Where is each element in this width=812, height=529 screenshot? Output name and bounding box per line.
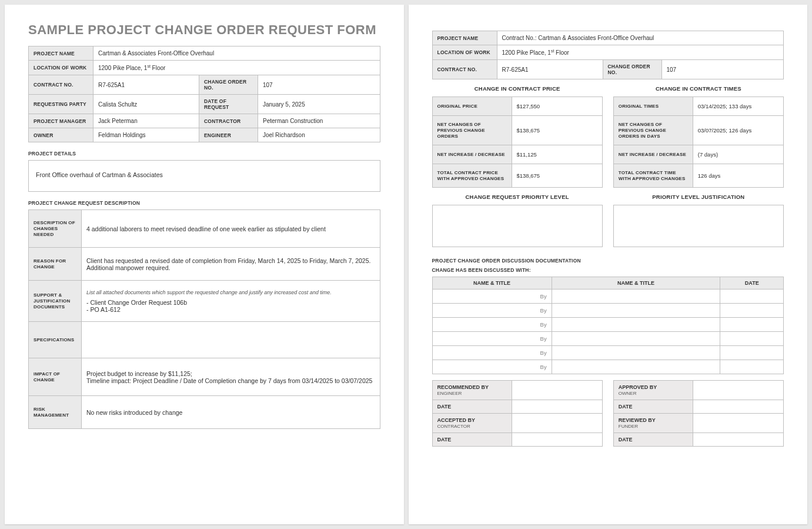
discussion-col-date: DATE [720, 277, 784, 290]
impact-change-value: Project budget to increase by $11,125; T… [82, 358, 380, 396]
rec-date-value [512, 400, 602, 414]
priority-level-box [432, 205, 603, 247]
project-manager-value: Jack Peterman [93, 114, 199, 128]
approved-by-label: APPROVED BYOWNER [613, 381, 693, 400]
reviewed-by-label: REVIEWED BYFUNDER [613, 414, 693, 433]
project-name-label-p2: PROJECT NAME [432, 31, 497, 45]
sign-table-right: APPROVED BYOWNER DATE REVIEWED BYFUNDER … [613, 380, 784, 447]
specifications-label: SPECIFICATIONS [29, 322, 82, 358]
app-date-value [693, 400, 783, 414]
rec-date-label: DATE [432, 400, 512, 414]
discussion-col-name2: NAME & TITLE [552, 277, 720, 290]
orig-times-label: ORIGINAL TIMES [613, 97, 693, 116]
support-docs-label: SUPPORT & JUSTIFICATION DOCUMENTS [29, 281, 82, 322]
support-docs-value: List all attached documents which suppor… [82, 281, 380, 322]
net-inc-price-value: $11,125 [512, 145, 602, 164]
orig-times-value: 03/14/2025; 133 days [693, 97, 783, 116]
owner-label: OWNER [29, 128, 93, 142]
times-table: ORIGINAL TIMES03/14/2025; 133 days NET C… [613, 97, 784, 188]
engineer-label: ENGINEER [199, 128, 258, 142]
net-inc-price-label: NET INCREASE / DECREASE [432, 145, 512, 164]
engineer-value: Joel Richardson [258, 128, 380, 142]
accepted-by-value [512, 414, 602, 433]
desc-changes-label: DESCRIPTION OF CHANGES NEEDED [29, 210, 82, 248]
reason-change-label: REASON FOR CHANGE [29, 248, 82, 281]
requesting-party-value: Calista Schultz [93, 95, 199, 114]
app-date-label: DATE [613, 400, 693, 414]
price-table: ORIGINAL PRICE$127,550 NET CHANGES OF PR… [432, 97, 603, 188]
date-request-value: January 5, 2025 [258, 95, 380, 114]
project-name-value-p2: Contract No.: Cartman & Associates Front… [497, 31, 784, 45]
risk-mgmt-label: RISK MANAGEMENT [29, 396, 82, 429]
desc-changes-value: 4 additional laborers to meet revised de… [82, 210, 380, 248]
contractor-value: Peterman Construction [258, 114, 380, 128]
recommended-by-label: RECOMMENDED BYENGINEER [432, 381, 512, 400]
discussion-col-name1: NAME & TITLE [432, 277, 552, 290]
impact-change-label: IMPACT OF CHANGE [29, 358, 82, 396]
owner-value: Feldman Holdings [93, 128, 199, 142]
discussion-heading2: CHANGE HAS BEEN DISCUSSED WITH: [432, 267, 784, 273]
discussion-row: By [432, 332, 784, 346]
orig-price-label: ORIGINAL PRICE [432, 97, 512, 116]
project-name-label: PROJECT NAME [29, 46, 93, 61]
priority-level-heading: CHANGE REQUEST PRIORITY LEVEL [432, 190, 603, 205]
discussion-row: By [432, 318, 784, 332]
orig-price-value: $127,550 [512, 97, 602, 116]
times-heading: CHANGE IN CONTRACT TIMES [613, 82, 784, 97]
price-heading: CHANGE IN CONTRACT PRICE [432, 82, 603, 97]
form-title: SAMPLE PROJECT CHANGE ORDER REQUEST FORM [28, 22, 380, 38]
discussion-row: By [432, 304, 784, 318]
net-prev-times-label: NET CHANGES OF PREVIOUS CHANGE ORDERS IN… [613, 116, 693, 145]
net-prev-price-value: $138,675 [512, 116, 602, 145]
contractor-label: CONTRACTOR [199, 114, 258, 128]
total-price-label: TOTAL CONTRACT PRICE WITH APPROVED CHANG… [432, 164, 512, 188]
contract-no-value-p2: R7-625A1 [497, 60, 603, 79]
accepted-by-label: ACCEPTED BYCONTRACTOR [432, 414, 512, 433]
change-desc-heading: PROJECT CHANGE REQUEST DESCRIPTION [28, 200, 380, 206]
page-1: SAMPLE PROJECT CHANGE ORDER REQUEST FORM… [5, 5, 404, 524]
page-2: PROJECT NAME Contract No.: Cartman & Ass… [409, 5, 808, 524]
discussion-row: By [432, 346, 784, 360]
contract-no-label: CONTRACT NO. [29, 75, 93, 95]
priority-just-box [613, 205, 784, 247]
reason-change-value: Client has requested a revised date of c… [82, 248, 380, 281]
approved-by-value [693, 381, 783, 400]
change-order-no-label: CHANGE ORDER NO. [199, 75, 258, 95]
project-name-value: Cartman & Associates Front-Office Overha… [93, 46, 380, 61]
rev-date-label: DATE [613, 433, 693, 447]
total-times-value: 126 days [693, 164, 783, 188]
discussion-row: By [432, 290, 784, 304]
total-times-label: TOTAL CONTRACT TIME WITH APPROVED CHANGE… [613, 164, 693, 188]
recommended-by-value [512, 381, 602, 400]
location-label: LOCATION OF WORK [29, 61, 93, 75]
location-value-p2: 1200 Pike Place, 1st Floor [497, 45, 784, 60]
net-prev-price-label: NET CHANGES OF PREVIOUS CHANGE ORDERS [432, 116, 512, 145]
location-value: 1200 Pike Place, 1st Floor [93, 61, 380, 75]
project-details-box: Front Office overhaul of Cartman & Assoc… [28, 160, 380, 192]
requesting-party-label: REQUESTING PARTY [29, 95, 93, 114]
change-order-no-label-p2: CHANGE ORDER NO. [603, 60, 661, 79]
net-inc-times-value: (7 days) [693, 145, 783, 164]
acc-date-label: DATE [432, 433, 512, 447]
priority-just-heading: PRIORITY LEVEL JUSTIFICATION [613, 190, 784, 205]
discussion-heading1: PROJECT CHANGE ORDER DISCUSSION DOCUMENT… [432, 258, 784, 264]
change-description-table: DESCRIPTION OF CHANGES NEEDED 4 addition… [28, 209, 380, 429]
location-label-p2: LOCATION OF WORK [432, 45, 497, 60]
discussion-row: By [432, 360, 784, 374]
change-order-no-value-p2: 107 [661, 60, 784, 79]
date-request-label: DATE OF REQUEST [199, 95, 258, 114]
rev-date-value [693, 433, 783, 447]
sign-table-left: RECOMMENDED BYENGINEER DATE ACCEPTED BYC… [432, 380, 603, 447]
change-order-no-value: 107 [258, 75, 380, 95]
header-table: PROJECT NAME Cartman & Associates Front-… [28, 46, 380, 142]
support-note: List all attached documents which suppor… [86, 290, 375, 295]
reviewed-by-value [693, 414, 783, 433]
project-details-heading: PROJECT DETAILS [28, 151, 380, 157]
specifications-value [82, 322, 380, 358]
total-price-value: $138,675 [512, 164, 602, 188]
project-manager-label: PROJECT MANAGER [29, 114, 93, 128]
acc-date-value [512, 433, 602, 447]
header-table-p2: PROJECT NAME Contract No.: Cartman & Ass… [432, 31, 784, 79]
net-prev-times-value: 03/07/2025; 126 days [693, 116, 783, 145]
risk-mgmt-value: No new risks introduced by change [82, 396, 380, 429]
